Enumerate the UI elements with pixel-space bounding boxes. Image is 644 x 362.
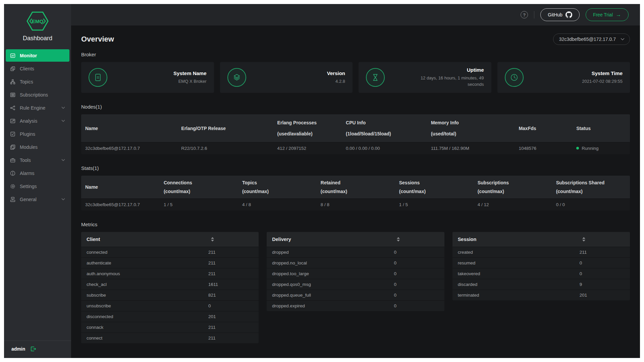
- metric-row-dropped-too-large: dropped.too_large0: [267, 268, 444, 279]
- column-header-memory-info: Memory Info(used/total): [427, 114, 515, 142]
- sidebar-item-alarms[interactable]: Alarms: [6, 167, 69, 179]
- metric-value: 0: [580, 260, 582, 266]
- app-title: Dashboard: [4, 35, 71, 42]
- sort-icon[interactable]: [211, 237, 214, 242]
- column-header-name: Name: [81, 176, 160, 199]
- metric-value: 211: [208, 335, 216, 341]
- chevron-down-icon: [621, 38, 625, 41]
- topbar-divider: [534, 11, 534, 18]
- tools-icon: [10, 158, 15, 163]
- help-icon[interactable]: ?: [521, 11, 528, 18]
- column-header-subscriptions: Subscriptions(count/max): [474, 176, 552, 199]
- metric-name: check_acl: [87, 282, 208, 287]
- stats-table: NameConnections(count/max)Topics(count/m…: [81, 176, 630, 210]
- main-area: ? GitHub Free Trial → Overvi: [71, 4, 640, 358]
- metric-row-auth-anonymous: auth.anonymous211: [81, 268, 259, 279]
- metric-value: 0: [394, 303, 396, 309]
- metric-row-discarded: discarded9: [452, 279, 630, 290]
- screen-frame: EMQ Dashboard MonitorClientsTopicsSubscr…: [0, 0, 644, 362]
- metric-name: dropped.expired: [272, 303, 394, 309]
- column-header-name: Name: [81, 114, 177, 142]
- sidebar-item-topics[interactable]: Topics: [6, 75, 69, 88]
- metrics-table-delivery: Delivery dropped0dropped.no_local0droppe…: [267, 232, 444, 311]
- sort-icon[interactable]: [396, 237, 400, 242]
- metric-name: dropped.qos0_msg: [272, 282, 394, 287]
- metric-value: 201: [580, 292, 587, 298]
- sidebar-item-label: Alarms: [20, 171, 35, 176]
- column-header-erlang-otp-release: Erlang/OTP Release: [177, 114, 273, 142]
- metrics-table-title: Delivery: [272, 237, 291, 242]
- sidebar-item-rule-engine[interactable]: Rule Engine: [6, 102, 69, 114]
- sidebar-item-tools[interactable]: Tools: [6, 154, 69, 166]
- chevron-down-icon: [61, 120, 65, 122]
- sidebar-item-label: Modules: [20, 144, 38, 150]
- sidebar-menu: MonitorClientsTopicsSubscriptionsRule En…: [4, 49, 71, 341]
- github-button[interactable]: GitHub: [540, 8, 580, 21]
- metric-row-dropped-qos0-msg: dropped.qos0_msg0: [267, 279, 444, 290]
- metric-row-check-acl: check_acl1611: [81, 279, 259, 290]
- card-value: 2021-07-02 08:29:55: [582, 78, 623, 85]
- alarms-icon: [10, 171, 15, 176]
- sidebar-item-monitor[interactable]: Monitor: [6, 49, 69, 62]
- card-value: EMQ X Broker: [173, 78, 206, 85]
- table-cell: 32c3dbefbe65@172.17.0.7: [81, 199, 160, 211]
- chevron-down-icon: [61, 198, 65, 200]
- sort-icon[interactable]: [582, 237, 586, 242]
- sidebar-item-settings[interactable]: Settings: [6, 180, 69, 192]
- metric-row-terminated: terminated201: [452, 290, 630, 300]
- sidebar-item-clients[interactable]: Clients: [6, 62, 69, 75]
- sidebar-item-label: Rule Engine: [20, 105, 45, 111]
- metric-row-dropped-no-local: dropped.no_local0: [267, 257, 444, 268]
- page-title: Overview: [81, 35, 114, 44]
- table-cell: 8 / 8: [317, 199, 395, 211]
- table-cell: 1048576: [515, 142, 572, 155]
- logout-icon[interactable]: [30, 346, 36, 352]
- metric-name: takeovered: [458, 271, 580, 277]
- metric-row-connect: connect211: [81, 333, 259, 343]
- metric-row-disconnected: disconnected201: [81, 311, 259, 322]
- subscriptions-icon: [10, 92, 15, 98]
- chevron-down-icon: [61, 107, 65, 109]
- metrics-section: Metrics Client connected211authenticate2…: [81, 222, 630, 343]
- logged-in-user: admin: [11, 346, 25, 352]
- hourglass-icon: [366, 68, 385, 87]
- metric-value: 201: [208, 314, 216, 319]
- card-title: System Time: [582, 70, 623, 76]
- table-row: 32c3dbefbe65@172.17.0.71 / 54 / 88 / 81 …: [81, 199, 630, 211]
- table-cell: 1 / 5: [160, 199, 238, 211]
- nodes-table: NameErlang/OTP ReleaseErlang Processes(u…: [81, 114, 630, 154]
- node-selector[interactable]: 32c3dbefbe65@172.17.0.7: [553, 34, 630, 45]
- node-selector-value: 32c3dbefbe65@172.17.0.7: [559, 37, 616, 42]
- sidebar-item-plugins[interactable]: Plugins: [6, 128, 69, 140]
- broker-card-system-name: System Name EMQ X Broker: [81, 62, 214, 93]
- metric-value: 821: [208, 292, 216, 298]
- metrics-table-title: Client: [87, 237, 100, 242]
- sidebar-item-general[interactable]: General: [6, 193, 69, 205]
- topbar: ? GitHub Free Trial →: [71, 4, 640, 25]
- clock-icon: [505, 68, 524, 87]
- table-cell: 412 / 2097152: [273, 142, 342, 155]
- sidebar-item-analysis[interactable]: Analysis: [6, 115, 69, 127]
- metric-value: 0: [394, 282, 396, 287]
- general-icon: [10, 197, 15, 202]
- column-header-status: Status: [572, 114, 630, 142]
- table-cell: R22/10.7.2.6: [177, 142, 273, 155]
- sidebar-item-label: Clients: [20, 66, 34, 71]
- metric-value: 9: [580, 282, 582, 287]
- table-row: 32c3dbefbe65@172.17.0.7R22/10.7.2.6412 /…: [81, 142, 630, 155]
- sidebar-item-label: Analysis: [20, 118, 37, 124]
- metric-value: 211: [580, 249, 587, 255]
- metric-value: 0: [394, 271, 396, 277]
- metric-name: connected: [87, 249, 208, 255]
- table-cell: 111.75M / 162.90M: [427, 142, 515, 155]
- metric-value: 0: [394, 249, 396, 255]
- metric-row-subscribe: subscribe821: [81, 290, 259, 300]
- layers-icon: [227, 68, 246, 87]
- sidebar-item-label: Tools: [20, 158, 31, 163]
- metric-value: 211: [208, 324, 216, 330]
- free-trial-button[interactable]: Free Trial →: [586, 8, 629, 21]
- metrics-table-client: Client connected211authenticate211auth.a…: [81, 232, 259, 343]
- sidebar-item-modules[interactable]: Modules: [6, 141, 69, 153]
- sidebar-item-subscriptions[interactable]: Subscriptions: [6, 88, 69, 101]
- metric-name: disconnected: [87, 314, 208, 319]
